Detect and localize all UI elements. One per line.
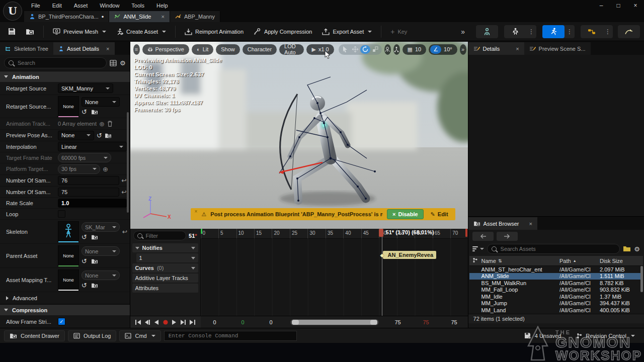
advanced-section-header[interactable]: Advanced <box>0 292 130 304</box>
play-reverse-button[interactable] <box>152 318 160 326</box>
reset-to-default-icon[interactable]: ↩ <box>122 189 127 196</box>
asset-search-box[interactable] <box>487 244 620 254</box>
preview-mesh-button[interactable]: Preview Mesh <box>49 26 110 37</box>
track-options-icon[interactable] <box>191 247 195 249</box>
browse-to-asset-button[interactable] <box>22 26 38 38</box>
interpolation-dropdown[interactable]: Linear <box>58 142 127 151</box>
timeline-grid[interactable] <box>201 238 468 316</box>
minimize-button[interactable]: – <box>593 0 610 11</box>
column-name[interactable]: Name⇅ <box>480 258 559 264</box>
retarget-source-asset-dropdown[interactable]: None <box>82 97 120 107</box>
asset-row[interactable]: MM_Land /All/Game/Cl 400.005 KiB <box>469 307 643 314</box>
trash-icon[interactable] <box>107 121 113 127</box>
history-back-button[interactable] <box>472 232 494 241</box>
use-selected-icon[interactable]: ↺ <box>82 282 87 289</box>
settings-gear-icon[interactable]: ⚙ <box>634 245 640 253</box>
menu-item[interactable]: Edit <box>47 1 67 10</box>
use-selected-icon[interactable]: ↺ <box>82 233 87 241</box>
attributes-row[interactable]: Attributes <box>132 284 198 293</box>
mesh-hierarchy-button[interactable] <box>393 44 400 55</box>
tab-anm-slide[interactable]: ANM_Slide × <box>109 11 170 22</box>
source-control-column-icon[interactable] <box>469 257 480 264</box>
skeleton-thumbnail[interactable] <box>58 221 79 242</box>
blueprint-mode-options-icon[interactable]: ⋮ <box>603 28 613 35</box>
asset-row[interactable]: ANIM_ST_heroChar_ent /All/Game/Cl 2.097 … <box>469 266 643 273</box>
to-end-button[interactable] <box>189 318 197 326</box>
menu-item[interactable]: Tools <box>126 1 149 10</box>
skeletal-mesh-options-icon[interactable]: ⋮ <box>526 28 536 35</box>
browse-to-icon[interactable] <box>91 258 98 264</box>
tab-asset-details[interactable]: Asset Details × <box>53 42 115 55</box>
animation-blueprint-button[interactable] <box>581 25 603 38</box>
column-disk-size[interactable]: Disk Size <box>600 258 643 264</box>
perspective-button[interactable]: Perspective <box>142 44 189 55</box>
browse-to-icon[interactable] <box>91 234 98 240</box>
revision-control-button[interactable]: Revision Control <box>571 331 640 341</box>
browse-to-icon[interactable] <box>105 133 112 138</box>
menu-item[interactable]: File <box>26 1 45 10</box>
left-panel-scrollbar[interactable] <box>127 112 129 213</box>
tab-asset-browser[interactable]: Asset Browser × <box>468 217 537 230</box>
tab-close-icon[interactable]: × <box>161 14 164 20</box>
maximize-button[interactable]: □ <box>610 0 627 11</box>
use-selected-icon[interactable]: ↺ <box>97 132 102 139</box>
browse-to-icon[interactable] <box>91 283 98 288</box>
retarget-source-dropdown[interactable]: SKM_Manny <box>58 83 113 93</box>
create-asset-button[interactable]: Create Asset <box>112 26 170 38</box>
asset-row[interactable]: BS_MM_WalkRun /All/Game/Cl 8.782 KiB <box>469 280 643 287</box>
persona-skeleton-button[interactable] <box>476 25 498 38</box>
range-end-marker[interactable] <box>465 229 467 237</box>
viewport-menu-button[interactable]: ≡ <box>133 44 140 55</box>
preview-viewport[interactable]: ≡ Perspective ◐ Lit Show Character LOD A… <box>130 42 468 229</box>
additive-layer-tracks-row[interactable]: Additive Layer Tracks <box>132 274 198 283</box>
lod-auto-button[interactable]: LOD Auto <box>279 44 304 55</box>
use-selected-icon[interactable]: ↺ <box>82 108 87 116</box>
disable-postprocess-button[interactable]: × Disable <box>387 209 424 219</box>
menu-item[interactable]: Help <box>151 1 173 10</box>
timeline-scrollbar[interactable] <box>290 319 379 325</box>
reimport-animation-button[interactable]: Reimport Animation <box>181 26 248 38</box>
use-selected-icon[interactable]: ↺ <box>82 257 87 265</box>
curves-track-header[interactable]: Curves (0) <box>132 263 198 273</box>
skeleton-dropdown[interactable]: SK_Mar <box>82 222 120 232</box>
track-filter-input[interactable] <box>145 232 182 239</box>
preview-pose-dropdown[interactable]: None <box>58 131 94 140</box>
animation-mode-options-icon[interactable]: ⋮ <box>565 28 575 35</box>
notify-marker[interactable]: ◆ AN_EnemyRevea <box>383 251 437 259</box>
history-forward-button[interactable] <box>497 232 518 241</box>
asset-thumbnail[interactable]: None <box>58 96 79 117</box>
playhead-handle[interactable] <box>379 229 383 237</box>
menu-item[interactable]: Asset <box>69 1 93 10</box>
asset-thumbnail[interactable]: None <box>58 269 79 291</box>
add-icon[interactable]: ⊕ <box>103 165 108 173</box>
dismiss-warning-icon[interactable]: × <box>195 209 198 214</box>
lit-mode-button[interactable]: ◐ Lit <box>192 44 213 55</box>
tab-skeleton-tree[interactable]: Skeleton Tree <box>0 42 53 55</box>
add-key-button[interactable]: + Key <box>386 25 411 38</box>
unsaved-assets-button[interactable]: 4 Unsaved <box>519 330 567 341</box>
apply-compression-button[interactable]: Apply Compression <box>250 26 316 38</box>
add-element-icon[interactable]: ⊕ <box>99 120 105 128</box>
tab-details[interactable]: Details × <box>468 42 524 55</box>
asset-row[interactable]: MM_Fall_Loop /All/Game/Cl 903.832 KiB <box>469 287 643 294</box>
notifies-track-header[interactable]: Notifies <box>132 243 198 252</box>
skeletal-mesh-button[interactable] <box>504 25 526 38</box>
tab-close-icon[interactable]: × <box>529 221 532 227</box>
filter-button[interactable] <box>472 245 484 252</box>
reset-to-default-icon[interactable]: ↩ <box>122 177 127 184</box>
details-search-input[interactable] <box>17 59 102 66</box>
menu-item[interactable]: Window <box>95 1 124 10</box>
browse-to-icon[interactable] <box>91 109 98 115</box>
edit-postprocess-button[interactable]: ✎ Edit <box>428 211 451 218</box>
play-forward-button[interactable] <box>171 318 179 326</box>
save-button[interactable] <box>4 25 20 38</box>
asset-thumbnail[interactable]: None <box>58 245 79 266</box>
track-filter-box[interactable] <box>133 231 186 240</box>
timeline-track-area[interactable]: 0510152025303540455055606570 51* (1.70) … <box>201 229 468 316</box>
output-log-button[interactable]: Output Log <box>68 330 116 341</box>
tab-abp-manny[interactable]: ABP_Manny <box>170 11 220 22</box>
tab-close-icon[interactable]: × <box>516 46 519 52</box>
step-back-button[interactable] <box>143 318 151 326</box>
column-path[interactable]: Path▲ <box>559 258 600 264</box>
show-menu-button[interactable]: Show <box>216 44 240 55</box>
